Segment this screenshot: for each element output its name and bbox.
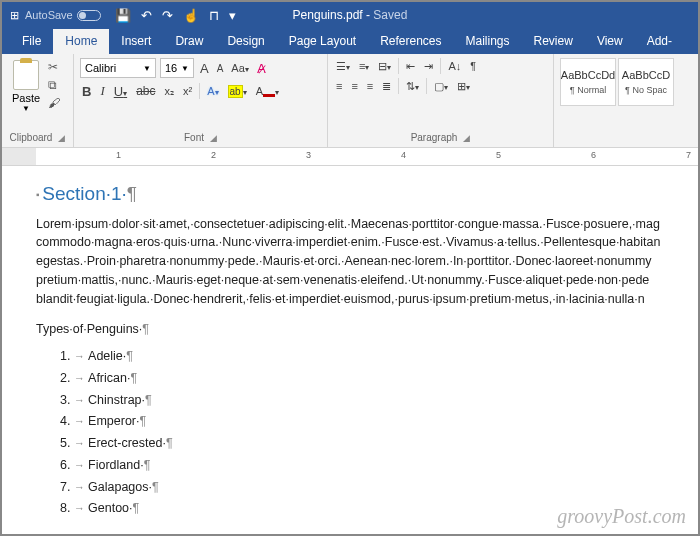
decrease-indent-button[interactable]: ⇤	[404, 59, 417, 74]
tab-page-layout[interactable]: Page Layout	[277, 29, 368, 54]
list-item[interactable]: → Erect-crested·¶	[74, 434, 678, 453]
style-no-spacing[interactable]: AaBbCcD ¶ No Spac	[618, 58, 674, 106]
multilevel-list-button[interactable]: ⊟▾	[376, 59, 393, 74]
undo-icon[interactable]: ↶	[141, 8, 152, 23]
word-icon: ⊞	[10, 9, 19, 22]
increase-indent-button[interactable]: ⇥	[422, 59, 435, 74]
align-left-button[interactable]: ≡	[334, 79, 344, 93]
align-center-button[interactable]: ≡	[349, 79, 359, 93]
numbering-button[interactable]: ≡▾	[357, 59, 371, 73]
touch-mode-icon[interactable]: ☝	[183, 8, 199, 23]
chevron-down-icon: ▼	[22, 104, 30, 113]
ruler-tick: 5	[496, 150, 501, 160]
ruler[interactable]: 1 2 3 4 5 6 7	[2, 148, 698, 166]
shrink-font-button[interactable]: A	[215, 62, 226, 75]
dialog-launcher-icon[interactable]: ◢	[58, 133, 65, 143]
grow-font-button[interactable]: A	[198, 60, 211, 77]
ribbon: Paste ▼ ✂ ⧉ 🖌 Clipboard◢ Calibri▼ 16▼ A …	[2, 54, 698, 148]
shading-button[interactable]: ▢▾	[432, 79, 450, 94]
group-paragraph: ☰▾ ≡▾ ⊟▾ ⇤ ⇥ A↓ ¶ ≡ ≡ ≡ ≣ ⇅▾ ▢▾ ⊞▾	[328, 54, 554, 147]
underline-button[interactable]: U▾	[112, 83, 129, 100]
tab-home[interactable]: Home	[53, 29, 109, 54]
format-painter-icon[interactable]: 🖌	[48, 96, 60, 110]
ruler-tick: 7	[686, 150, 691, 160]
tab-file[interactable]: File	[10, 29, 53, 54]
list-item[interactable]: → Galapagos·¶	[74, 478, 678, 497]
text-effects-button[interactable]: A▾	[205, 84, 220, 98]
ruler-tick: 4	[401, 150, 406, 160]
copy-icon[interactable]: ⧉	[48, 78, 60, 92]
saved-status: Saved	[373, 8, 407, 22]
clear-formatting-button[interactable]: A̷	[255, 60, 268, 77]
font-name-combo[interactable]: Calibri▼	[80, 58, 156, 78]
ribbon-tabs: File Home Insert Draw Design Page Layout…	[2, 28, 698, 54]
font-size-combo[interactable]: 16▼	[160, 58, 194, 78]
save-icon[interactable]: 💾	[115, 8, 131, 23]
group-styles: AaBbCcDd ¶ Normal AaBbCcD ¶ No Spac	[554, 54, 698, 147]
qat-more-icon[interactable]: ▾	[229, 8, 236, 23]
doc-name: Penguins.pdf	[293, 8, 363, 22]
penguin-list[interactable]: → Adelie·¶ → African·¶ → Chinstrap·¶ → E…	[74, 347, 678, 518]
spacing-icon[interactable]: ⊓	[209, 8, 219, 23]
justify-button[interactable]: ≣	[380, 79, 393, 94]
ruler-tick: 3	[306, 150, 311, 160]
clipboard-group-label: Clipboard	[10, 132, 53, 143]
list-item[interactable]: → Fiordland·¶	[74, 456, 678, 475]
highlight-button[interactable]: ab▾	[226, 84, 249, 98]
line-spacing-button[interactable]: ⇅▾	[404, 79, 421, 94]
sort-button[interactable]: A↓	[446, 59, 463, 73]
bold-button[interactable]: B	[80, 83, 93, 100]
list-item[interactable]: → Gentoo·¶	[74, 499, 678, 518]
autosave-label: AutoSave	[25, 9, 73, 21]
document-title: Penguins.pdf - Saved	[293, 8, 408, 22]
dialog-launcher-icon[interactable]: ◢	[463, 133, 470, 143]
subscript-button[interactable]: x₂	[162, 84, 176, 99]
superscript-button[interactable]: x²	[181, 84, 194, 98]
bullets-button[interactable]: ☰▾	[334, 59, 352, 74]
list-item[interactable]: → African·¶	[74, 369, 678, 388]
title-bar: ⊞ AutoSave 💾 ↶ ↷ ☝ ⊓ ▾ Penguins.pdf - Sa…	[2, 2, 698, 28]
font-group-label: Font	[184, 132, 204, 143]
tab-draw[interactable]: Draw	[163, 29, 215, 54]
font-color-button[interactable]: A▾	[254, 84, 281, 98]
ruler-tick: 6	[591, 150, 596, 160]
dialog-launcher-icon[interactable]: ◢	[210, 133, 217, 143]
list-item[interactable]: → Adelie·¶	[74, 347, 678, 366]
quick-access-toolbar: 💾 ↶ ↷ ☝ ⊓ ▾	[115, 8, 236, 23]
list-item[interactable]: → Emperor·¶	[74, 412, 678, 431]
tab-mailings[interactable]: Mailings	[454, 29, 522, 54]
align-right-button[interactable]: ≡	[365, 79, 375, 93]
ruler-tick: 2	[211, 150, 216, 160]
cut-icon[interactable]: ✂	[48, 60, 60, 74]
show-marks-button[interactable]: ¶	[468, 59, 478, 73]
heading-1[interactable]: ▪ Section·1·¶	[36, 180, 678, 209]
paste-button[interactable]: Paste ▼	[8, 58, 44, 115]
change-case-button[interactable]: Aa▾	[229, 61, 250, 75]
style-normal[interactable]: AaBbCcDd ¶ Normal	[560, 58, 616, 106]
tab-insert[interactable]: Insert	[109, 29, 163, 54]
tab-review[interactable]: Review	[522, 29, 585, 54]
list-item[interactable]: → Chinstrap·¶	[74, 391, 678, 410]
tab-design[interactable]: Design	[215, 29, 276, 54]
paste-label: Paste	[12, 92, 40, 104]
redo-icon[interactable]: ↷	[162, 8, 173, 23]
borders-button[interactable]: ⊞▾	[455, 79, 472, 94]
list-title[interactable]: Types·of·Penguins·¶	[36, 320, 678, 339]
paste-icon	[13, 60, 39, 90]
tab-references[interactable]: References	[368, 29, 453, 54]
strikethrough-button[interactable]: abc	[134, 83, 157, 99]
paragraph-group-label: Paragraph	[411, 132, 458, 143]
autosave-toggle[interactable]	[77, 10, 101, 21]
group-font: Calibri▼ 16▼ A A Aa▾ A̷ B I U▾ abc x₂ x²…	[74, 54, 328, 147]
document-page[interactable]: ▪ Section·1·¶ Lorem·ipsum·dolor·sit·amet…	[2, 166, 698, 518]
tab-view[interactable]: View	[585, 29, 635, 54]
italic-button[interactable]: I	[98, 82, 106, 100]
group-clipboard: Paste ▼ ✂ ⧉ 🖌 Clipboard◢	[2, 54, 74, 147]
body-paragraph[interactable]: Lorem·ipsum·dolor·sit·amet,·consectetuer…	[36, 215, 678, 309]
tab-addins[interactable]: Add-	[635, 29, 684, 54]
ruler-tick: 1	[116, 150, 121, 160]
